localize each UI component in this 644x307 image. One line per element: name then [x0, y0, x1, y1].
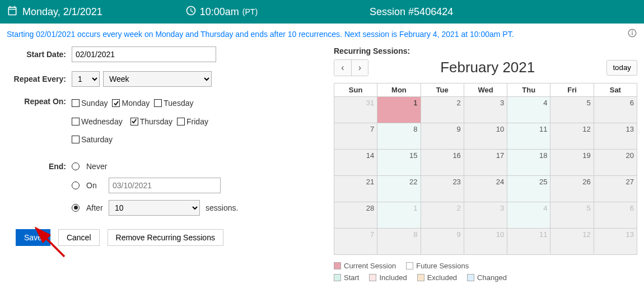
day-checkbox-wednesday[interactable]: Wednesday [72, 114, 123, 129]
save-button[interactable]: Save [16, 229, 50, 246]
day-label: Saturday [81, 132, 113, 147]
end-on-date-input[interactable] [109, 178, 221, 193]
start-date-label: Start Date: [7, 50, 72, 59]
end-label: End: [7, 162, 72, 171]
day-label: Monday [122, 96, 150, 111]
legend-swatch [334, 262, 341, 269]
calendar-day-cell[interactable]: 27 [594, 176, 637, 202]
start-date-input[interactable] [72, 46, 216, 62]
calendar-day-cell[interactable]: 12 [550, 229, 594, 255]
calendar-day-cell[interactable]: 9 [421, 123, 464, 150]
repeat-count-select[interactable]: 1 [72, 71, 100, 87]
calendar-day-cell[interactable]: 20 [594, 150, 637, 176]
end-after-suffix: sessions. [206, 203, 238, 212]
legend-label: Included [379, 273, 407, 282]
day-label: Wednesday [81, 114, 123, 129]
calendar-day-cell[interactable]: 11 [507, 229, 550, 255]
calendar-day-cell[interactable]: 7 [334, 229, 377, 255]
legend-label: Excluded [427, 273, 457, 282]
repeat-unit-select[interactable]: Week [103, 71, 212, 87]
calendar-day-cell[interactable]: 22 [377, 176, 421, 202]
calendar-day-cell[interactable]: 7 [334, 123, 377, 150]
legend-item: Excluded [417, 273, 457, 282]
legend-swatch [467, 274, 474, 281]
legend-item: Current Session [334, 262, 396, 270]
day-checkbox-sunday[interactable]: Sunday [72, 96, 108, 111]
day-checkbox-tuesday[interactable]: Tuesday [154, 96, 193, 111]
day-checkbox-thursday[interactable]: Thursday [130, 114, 172, 129]
calendar-weekday-header: Wed [464, 83, 507, 97]
calendar-day-cell[interactable]: 10 [464, 229, 507, 255]
calendar-month-label: February 2021 [368, 59, 606, 76]
legend-swatch [334, 274, 341, 281]
calendar-day-cell[interactable]: 26 [550, 176, 594, 202]
calendar-day-cell[interactable]: 9 [421, 229, 464, 255]
clock-icon [185, 5, 197, 19]
calendar-prev-button[interactable]: ‹ [334, 60, 351, 76]
calendar-day-cell[interactable]: 11 [507, 123, 550, 150]
end-never-radio[interactable] [72, 162, 80, 170]
calendar-today-button[interactable]: today [606, 60, 637, 76]
day-label: Tuesday [164, 96, 193, 111]
calendar-day-cell[interactable]: 6 [594, 202, 637, 229]
calendar-day-cell[interactable]: 8 [377, 123, 421, 150]
info-icon[interactable] [627, 28, 637, 40]
legend-label: Start [344, 273, 359, 282]
calendar-day-cell[interactable]: 16 [421, 150, 464, 176]
calendar-day-cell[interactable]: 13 [594, 123, 637, 150]
recurrence-summary: Starting 02/01/2021 occurs every week on… [7, 30, 514, 39]
calendar-day-cell[interactable]: 3 [464, 97, 507, 123]
legend-swatch [406, 262, 413, 269]
calendar-day-cell[interactable]: 24 [464, 176, 507, 202]
calendar-day-cell[interactable]: 15 [377, 150, 421, 176]
calendar-day-cell[interactable]: 5 [550, 97, 594, 123]
day-checkbox-saturday[interactable]: Saturday [72, 132, 113, 147]
calendar-day-cell[interactable]: 1 [377, 202, 421, 229]
end-on-radio[interactable] [72, 182, 80, 189]
calendar-day-cell[interactable]: 28 [334, 202, 377, 229]
calendar-day-cell[interactable]: 17 [464, 150, 507, 176]
calendar-day-cell[interactable]: 8 [377, 229, 421, 255]
calendar-weekday-header: Sun [334, 83, 377, 97]
header-date: Monday, 2/1/2021 [22, 6, 102, 18]
calendar-day-cell[interactable]: 5 [550, 202, 594, 229]
calendar-day-cell[interactable]: 25 [507, 176, 550, 202]
calendar-day-cell[interactable]: 13 [594, 229, 637, 255]
legend-swatch [369, 274, 376, 281]
legend-item: Start [334, 273, 359, 282]
header-timezone: (PT) [242, 7, 258, 16]
legend-item: Included [369, 273, 407, 282]
day-checkbox-friday[interactable]: Friday [177, 114, 208, 129]
calendar-day-cell[interactable]: 19 [550, 150, 594, 176]
end-after-count-select[interactable]: 10 [109, 200, 200, 216]
cancel-button[interactable]: Cancel [58, 229, 100, 246]
calendar-day-cell[interactable]: 10 [464, 123, 507, 150]
calendar-day-cell[interactable]: 21 [334, 176, 377, 202]
calendar-day-cell[interactable]: 2 [421, 202, 464, 229]
calendar-day-cell[interactable]: 23 [421, 176, 464, 202]
calendar-day-cell[interactable]: 4 [507, 202, 550, 229]
calendar-day-cell[interactable]: 6 [594, 97, 637, 123]
recurring-sessions-title: Recurring Sessions: [334, 46, 637, 55]
page-header: Monday, 2/1/2021 10:00am (PT) Session #5… [0, 0, 644, 24]
calendar-day-cell[interactable]: 2 [421, 97, 464, 123]
calendar-day-cell[interactable]: 14 [334, 150, 377, 176]
day-checkbox-monday[interactable]: Monday [112, 96, 150, 111]
calendar-grid: SunMonTueWedThuFriSat 311234567891011121… [334, 83, 637, 255]
end-after-radio[interactable] [72, 204, 80, 212]
header-time: 10:00am [200, 6, 239, 18]
remove-recurring-button[interactable]: Remove Recurring Sessions [108, 229, 223, 246]
calendar-day-cell[interactable]: 4 [507, 97, 550, 123]
header-session: Session #5406424 [370, 6, 453, 17]
calendar-day-cell[interactable]: 18 [507, 150, 550, 176]
calendar-next-button[interactable]: › [351, 60, 368, 76]
calendar-day-cell[interactable]: 1 [377, 97, 421, 123]
calendar-day-cell[interactable]: 12 [550, 123, 594, 150]
calendar-weekday-header: Thu [507, 83, 550, 97]
calendar-day-cell[interactable]: 31 [334, 97, 377, 123]
legend-swatch [417, 274, 424, 281]
calendar-weekday-header: Mon [377, 83, 421, 97]
repeat-on-label: Repeat On: [7, 96, 72, 106]
day-label: Thursday [140, 114, 172, 129]
calendar-day-cell[interactable]: 3 [464, 202, 507, 229]
